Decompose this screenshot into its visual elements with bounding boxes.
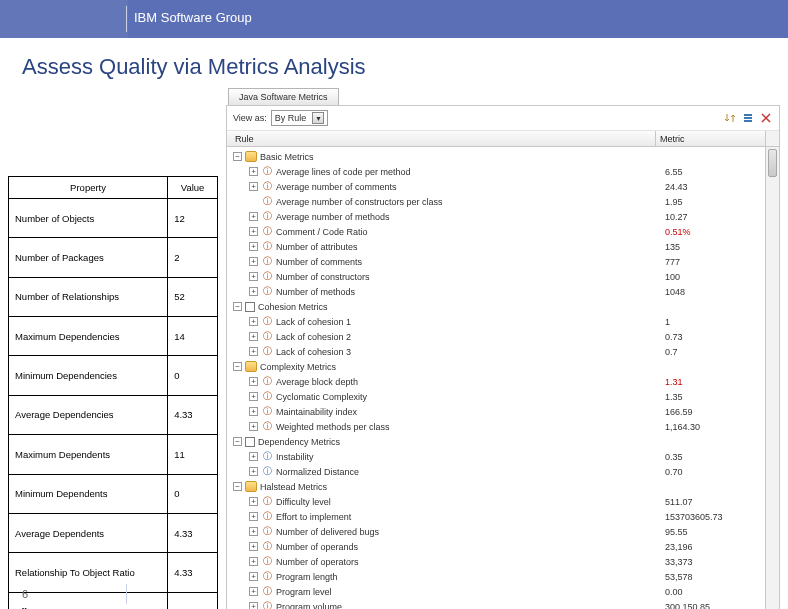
- page-number: 6: [22, 588, 28, 600]
- metrics-tree[interactable]: −Basic Metrics+Average lines of code per…: [227, 147, 765, 609]
- metrics-tab[interactable]: Java Software Metrics: [228, 88, 339, 105]
- table-row: Minimum Dependencies0: [9, 356, 218, 395]
- header-title: IBM Software Group: [134, 10, 252, 25]
- tree-item[interactable]: +Instability0.35: [227, 449, 765, 464]
- expand-icon[interactable]: +: [249, 542, 258, 551]
- tree-group[interactable]: −Dependency Metrics: [227, 434, 765, 449]
- tree-group[interactable]: −Cohesion Metrics: [227, 299, 765, 314]
- row-label: Normalized Distance: [276, 467, 661, 477]
- tree-item[interactable]: +Comment / Code Ratio0.51%: [227, 224, 765, 239]
- chevron-down-icon[interactable]: ▼: [312, 112, 324, 124]
- row-label: Number of constructors: [276, 272, 661, 282]
- expand-icon[interactable]: +: [249, 512, 258, 521]
- viewas-label: View as:: [233, 113, 267, 123]
- tree-item[interactable]: +Weighted methods per class1,164.30: [227, 419, 765, 434]
- rule-icon: [261, 330, 273, 343]
- tree-item[interactable]: +Maintainability index166.59: [227, 404, 765, 419]
- expand-icon[interactable]: +: [249, 452, 258, 461]
- tree-item[interactable]: +Number of attributes135: [227, 239, 765, 254]
- collapse-icon[interactable]: −: [233, 437, 242, 446]
- expand-icon[interactable]: +: [249, 257, 258, 266]
- tree-item[interactable]: +Average block depth1.31: [227, 374, 765, 389]
- row-label: Cohesion Metrics: [258, 302, 661, 312]
- expand-icon[interactable]: +: [249, 317, 258, 326]
- tree-item[interactable]: +Average number of methods10.27: [227, 209, 765, 224]
- tree-item[interactable]: +Average number of comments24.43: [227, 179, 765, 194]
- cell-value: 52: [168, 277, 218, 316]
- tree-group[interactable]: −Halstead Metrics: [227, 479, 765, 494]
- tree-item[interactable]: +Number of delivered bugs95.55: [227, 524, 765, 539]
- footer-divider: [126, 584, 127, 604]
- row-label: Number of comments: [276, 257, 661, 267]
- expand-icon[interactable]: +: [249, 182, 258, 191]
- cell-property: Average Dependencies: [9, 395, 168, 434]
- expand-icon[interactable]: +: [249, 332, 258, 341]
- collapse-icon[interactable]: −: [233, 302, 242, 311]
- expand-icon[interactable]: +: [249, 497, 258, 506]
- row-metric: 10.27: [661, 212, 765, 222]
- row-metric: 0.7: [661, 347, 765, 357]
- row-metric: 6.55: [661, 167, 765, 177]
- tree-item[interactable]: +Difficulty level511.07: [227, 494, 765, 509]
- tree-item[interactable]: +Lack of cohesion 11: [227, 314, 765, 329]
- row-label: Halstead Metrics: [260, 482, 661, 492]
- expand-icon[interactable]: +: [249, 347, 258, 356]
- tree-item[interactable]: +Number of operands23,196: [227, 539, 765, 554]
- tree-item[interactable]: +Lack of cohesion 30.7: [227, 344, 765, 359]
- expand-icon[interactable]: +: [249, 377, 258, 386]
- row-label: Average lines of code per method: [276, 167, 661, 177]
- viewas-combo[interactable]: By Rule ▼: [271, 110, 329, 126]
- row-label: Difficulty level: [276, 497, 661, 507]
- expand-icon[interactable]: +: [249, 212, 258, 221]
- collapse-icon[interactable]: −: [233, 152, 242, 161]
- tree-group[interactable]: −Complexity Metrics: [227, 359, 765, 374]
- dashboard-icon: [245, 361, 257, 372]
- tree-item[interactable]: +Number of methods1048: [227, 284, 765, 299]
- tree-item[interactable]: +Lack of cohesion 20.73: [227, 329, 765, 344]
- svg-rect-0: [744, 114, 752, 116]
- header-bar: IBM Software Group: [0, 0, 788, 38]
- expand-icon[interactable]: +: [249, 392, 258, 401]
- vertical-scrollbar[interactable]: [765, 147, 779, 609]
- row-metric: 0.51%: [661, 227, 765, 237]
- metrics-panel: View as: By Rule ▼ Rule Metric: [226, 105, 780, 609]
- row-metric: 0.35: [661, 452, 765, 462]
- expand-icon[interactable]: +: [249, 272, 258, 281]
- tree-item[interactable]: +Effort to implement153703605.73: [227, 509, 765, 524]
- column-headers: Rule Metric: [227, 131, 779, 147]
- expand-icon[interactable]: +: [249, 242, 258, 251]
- row-metric: 1,164.30: [661, 422, 765, 432]
- close-icon[interactable]: [759, 111, 773, 125]
- expand-icon[interactable]: +: [249, 527, 258, 536]
- tree-item[interactable]: +Number of constructors100: [227, 269, 765, 284]
- row-label: Average number of constructors per class: [276, 197, 661, 207]
- tree-item[interactable]: +Cyclomatic Complexity1.35: [227, 389, 765, 404]
- tree-group[interactable]: −Basic Metrics: [227, 149, 765, 164]
- tree-item[interactable]: +Normalized Distance0.70: [227, 464, 765, 479]
- rule-icon: [261, 165, 273, 178]
- filter-icon[interactable]: [741, 111, 755, 125]
- collapse-icon[interactable]: −: [233, 362, 242, 371]
- expand-icon[interactable]: +: [249, 422, 258, 431]
- sort-icon[interactable]: [723, 111, 737, 125]
- col-metric-header[interactable]: Metric: [655, 131, 765, 146]
- expand-icon[interactable]: +: [249, 227, 258, 236]
- scrollbar-thumb[interactable]: [768, 149, 777, 177]
- col-rule-header[interactable]: Rule: [227, 134, 655, 144]
- tree-item[interactable]: Average number of constructors per class…: [227, 194, 765, 209]
- table-row: Minimum Dependents0: [9, 474, 218, 513]
- expand-icon[interactable]: +: [249, 407, 258, 416]
- tree-item[interactable]: +Number of comments777: [227, 254, 765, 269]
- rule-icon: [261, 495, 273, 508]
- expand-icon[interactable]: +: [249, 287, 258, 296]
- rule-icon: [261, 405, 273, 418]
- expand-icon[interactable]: +: [249, 467, 258, 476]
- collapse-icon[interactable]: −: [233, 482, 242, 491]
- tree-item[interactable]: +Number of operators33,373: [227, 554, 765, 569]
- expand-icon[interactable]: +: [249, 557, 258, 566]
- tree-item[interactable]: +Average lines of code per method6.55: [227, 164, 765, 179]
- row-label: Number of attributes: [276, 242, 661, 252]
- row-label: Number of methods: [276, 287, 661, 297]
- cell-property: Average Dependents: [9, 513, 168, 552]
- expand-icon[interactable]: +: [249, 167, 258, 176]
